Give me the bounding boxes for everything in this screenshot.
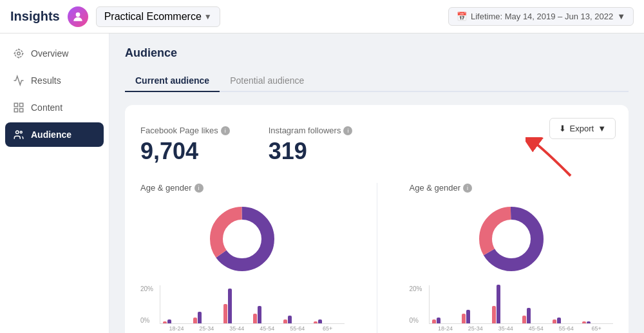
ig-bar-women-18-24 <box>432 319 436 323</box>
y-label-0: 0% <box>140 317 153 324</box>
svg-rect-6 <box>20 109 23 112</box>
page-title: Audience <box>125 46 629 60</box>
results-icon <box>13 75 24 86</box>
tab-current-audience[interactable]: Current audience <box>125 70 220 92</box>
account-selector[interactable]: Practical Ecommerce ▼ <box>96 6 220 27</box>
bar-men-35-44 <box>228 289 232 323</box>
sidebar-results-label: Results <box>31 75 61 86</box>
bar-group-65-plus <box>314 319 342 323</box>
ig-x-label-25-34: 25-34 <box>461 325 489 332</box>
facebook-chart-info-icon[interactable]: i <box>194 184 204 193</box>
export-button[interactable]: ⬇ Export ▼ <box>549 118 616 139</box>
overview-icon <box>13 48 24 59</box>
instagram-x-labels: 18-24 25-34 35-44 45-54 55-64 65+ <box>429 324 614 332</box>
ig-x-label-35-44: 35-44 <box>491 325 520 332</box>
header: Insights Practical Ecommerce ▼ 📅 Lifetim… <box>0 0 644 33</box>
bar-women-65-plus <box>314 321 317 323</box>
svg-point-0 <box>75 12 80 17</box>
bar-women-18-24 <box>163 321 167 323</box>
facebook-metric-value: 9,704 <box>140 138 230 165</box>
facebook-metric-label: Facebook Page likes i <box>140 126 230 135</box>
ig-x-label-55-64: 55-64 <box>552 325 580 332</box>
ig-bar-group-65-plus <box>582 321 611 323</box>
ig-x-label-45-54: 45-54 <box>522 325 550 332</box>
instagram-bar-chart: 20% 0% <box>410 285 614 332</box>
bar-men-25-34 <box>198 312 202 323</box>
instagram-bars <box>429 285 614 324</box>
svg-point-1 <box>17 52 21 55</box>
sidebar-content-label: Content <box>31 102 62 113</box>
ig-bar-women-45-54 <box>522 316 526 323</box>
ig-y-label-20: 20% <box>410 285 422 292</box>
calendar-icon: 📅 <box>457 12 467 21</box>
audience-icon <box>13 129 24 140</box>
ig-bar-women-35-44 <box>492 306 496 323</box>
x-label-35-44: 35-44 <box>223 325 251 332</box>
x-label-25-34: 25-34 <box>193 325 221 332</box>
sidebar-item-audience[interactable]: Audience <box>5 122 104 147</box>
bar-group-25-34 <box>193 312 222 323</box>
svg-rect-3 <box>14 103 17 106</box>
bar-women-25-34 <box>193 318 197 323</box>
date-range-text: Lifetime: May 14, 2019 – Jun 13, 2022 <box>471 12 613 21</box>
svg-rect-4 <box>20 103 23 106</box>
ig-bar-group-55-64 <box>553 318 581 323</box>
sidebar-item-content[interactable]: Content <box>5 95 104 120</box>
ig-x-label-65-plus: 65+ <box>582 325 611 332</box>
x-label-18-24: 18-24 <box>162 325 191 332</box>
tab-potential-audience[interactable]: Potential audience <box>220 70 314 92</box>
y-label-20: 20% <box>140 285 153 292</box>
audience-tabs: Current audience Potential audience <box>125 70 629 92</box>
ig-bar-men-55-64 <box>557 318 561 323</box>
facebook-bars <box>160 285 345 324</box>
bar-men-45-54 <box>258 306 261 323</box>
bar-women-45-54 <box>253 314 257 323</box>
svg-point-12 <box>224 221 260 257</box>
facebook-info-icon[interactable]: i <box>221 126 230 135</box>
main-content: Audience Current audience Potential audi… <box>109 33 644 333</box>
date-range-selector[interactable]: 📅 Lifetime: May 14, 2019 – Jun 13, 2022 … <box>448 7 634 26</box>
x-label-65-plus: 65+ <box>314 325 342 332</box>
instagram-chart-section: Age & gender i 20% <box>410 183 614 333</box>
bar-women-35-44 <box>223 304 227 323</box>
bar-group-35-44 <box>223 289 252 323</box>
bar-men-18-24 <box>167 319 171 323</box>
dropdown-arrow-icon: ▼ <box>204 12 212 21</box>
ig-y-label-0: 0% <box>410 317 422 324</box>
bar-men-65-plus <box>318 319 322 323</box>
ig-bar-women-65-plus <box>582 321 586 323</box>
sidebar-audience-label: Audience <box>31 129 71 140</box>
facebook-donut-chart <box>204 200 281 278</box>
ig-bar-men-45-54 <box>527 308 531 323</box>
content-icon <box>13 102 24 113</box>
instagram-info-icon[interactable]: i <box>343 126 352 135</box>
facebook-chart-section: Age & gender i <box>140 183 345 333</box>
export-icon: ⬇ <box>559 124 566 133</box>
x-label-55-64: 55-64 <box>283 325 312 332</box>
date-dropdown-arrow-icon: ▼ <box>617 12 625 21</box>
facebook-bar-chart: 20% 0% <box>140 285 345 332</box>
export-label: Export <box>570 124 594 133</box>
instagram-donut-container <box>410 200 614 278</box>
ig-bar-men-18-24 <box>437 318 440 323</box>
sidebar-item-results[interactable]: Results <box>5 68 104 93</box>
sidebar-item-overview[interactable]: Overview <box>5 41 104 66</box>
audience-card: ⬇ Export ▼ Faceb <box>125 105 629 333</box>
facebook-donut-container <box>140 200 345 278</box>
facebook-x-labels: 18-24 25-34 35-44 45-54 55-64 65+ <box>160 324 345 332</box>
instagram-metric-label: Instagram followers i <box>269 126 353 135</box>
instagram-donut-chart <box>473 200 550 278</box>
instagram-chart-label: Age & gender i <box>410 183 614 193</box>
svg-point-7 <box>16 131 19 134</box>
ig-bar-women-55-64 <box>553 319 556 323</box>
charts-row: Age & gender i <box>140 183 613 333</box>
instagram-chart-info-icon[interactable]: i <box>463 184 472 193</box>
ig-bar-men-35-44 <box>497 285 500 323</box>
bar-men-55-64 <box>288 316 292 323</box>
bar-group-45-54 <box>253 306 281 323</box>
facebook-metric: Facebook Page likes i 9,704 <box>140 126 230 165</box>
svg-rect-5 <box>14 109 17 112</box>
sidebar: Overview Results Content Audience <box>0 33 109 333</box>
facebook-chart-label: Age & gender i <box>140 183 345 193</box>
brand-logo <box>68 6 88 27</box>
